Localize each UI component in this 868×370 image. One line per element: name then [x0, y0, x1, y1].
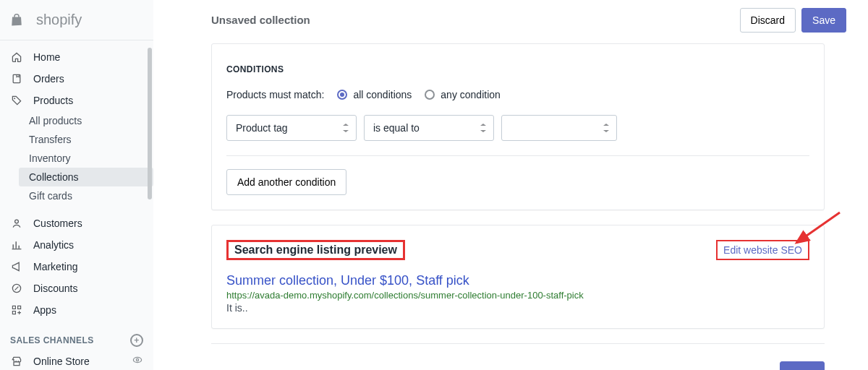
seo-result-url: https://avada-demo.myshopify.com/collect… [226, 290, 809, 301]
svg-rect-6 [18, 306, 21, 309]
products-icon [10, 94, 23, 107]
sidebar-item-analytics[interactable]: Analytics [0, 234, 153, 256]
sidebar-item-home[interactable]: Home [0, 46, 153, 68]
brand-name: shopify [36, 12, 82, 28]
radio-all-conditions[interactable] [337, 90, 347, 100]
svg-point-2 [14, 98, 15, 99]
annotation-arrow-icon [788, 210, 846, 253]
brand-logo[interactable]: shopify [0, 12, 153, 28]
divider [226, 155, 809, 156]
footer-save-button[interactable]: Save [780, 361, 825, 370]
apps-icon [10, 304, 23, 317]
save-button[interactable]: Save [801, 8, 846, 33]
online-store-icon [10, 355, 23, 368]
sidebar-scrollbar[interactable] [146, 48, 153, 370]
sidebar-sub-transfers[interactable]: Transfers [19, 130, 153, 149]
content-area: Unsaved collection Discard Save CONDITIO… [153, 0, 868, 370]
home-icon [10, 51, 23, 64]
sidebar-item-orders[interactable]: Orders [0, 68, 153, 90]
content-header: Unsaved collection Discard Save [153, 0, 868, 40]
sidebar-item-online-store[interactable]: Online Store [0, 350, 153, 370]
view-store-icon[interactable] [132, 354, 143, 368]
sidebar-sub-all-products[interactable]: All products [19, 111, 153, 130]
svg-point-3 [15, 220, 19, 223]
add-channel-button[interactable]: + [130, 334, 143, 347]
svg-point-8 [133, 357, 141, 362]
sidebar-item-discounts[interactable]: Discounts [0, 278, 153, 299]
radio-any-condition[interactable] [425, 90, 435, 100]
add-condition-button[interactable]: Add another condition [226, 169, 346, 195]
sidebar-item-marketing[interactable]: Marketing [0, 256, 153, 278]
discard-button[interactable]: Discard [740, 8, 796, 33]
seo-result-description: It is.. [226, 302, 809, 314]
svg-line-0 [796, 212, 840, 243]
radio-any-label: any condition [441, 89, 501, 100]
condition-operator-select[interactable]: is equal to [364, 115, 494, 141]
sidebar-item-apps[interactable]: Apps [0, 299, 153, 321]
svg-rect-5 [12, 306, 15, 309]
seo-card: Search engine listing preview Edit websi… [211, 225, 825, 329]
sales-channels-header: SALES CHANNELS + [0, 327, 153, 350]
sidebar-sub-collections[interactable]: Collections [19, 168, 153, 186]
condition-value-input[interactable] [501, 115, 617, 141]
sidebar: Home Orders Products All products Transf… [0, 40, 153, 370]
condition-field-select[interactable]: Product tag [226, 115, 357, 141]
sidebar-item-products[interactable]: Products [0, 90, 153, 111]
radio-all-label: all conditions [353, 89, 412, 100]
orders-icon [10, 72, 23, 85]
seo-title-highlight: Search engine listing preview [226, 240, 405, 260]
seo-result-title: Summer collection, Under $100, Staff pic… [226, 273, 809, 288]
shopify-bag-icon [10, 14, 23, 27]
seo-section-title: Search engine listing preview [234, 244, 397, 256]
sidebar-sub-gift-cards[interactable]: Gift cards [19, 186, 153, 205]
svg-point-9 [136, 358, 138, 361]
sidebar-item-customers[interactable]: Customers [0, 212, 153, 234]
footer-divider [211, 343, 825, 344]
conditions-card: CONDITIONS Products must match: all cond… [211, 43, 825, 210]
discounts-icon [10, 282, 23, 295]
conditions-title: CONDITIONS [226, 64, 809, 74]
page-title: Unsaved collection [211, 14, 310, 26]
svg-rect-7 [12, 311, 15, 314]
sidebar-sub-inventory[interactable]: Inventory [19, 149, 153, 168]
marketing-icon [10, 260, 23, 273]
match-label: Products must match: [226, 89, 324, 100]
customers-icon [10, 217, 23, 230]
analytics-icon [10, 238, 23, 251]
